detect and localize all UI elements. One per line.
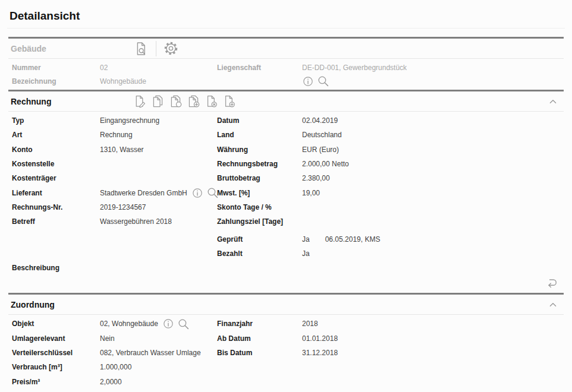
field-label: Bis Datum <box>217 349 302 357</box>
field-row-finanzjahr: Finanzjahr 2018 <box>217 317 564 331</box>
field-label: Konto <box>12 146 100 154</box>
field-label: Objekt <box>12 320 100 328</box>
rechnung-col-left: Typ Eingangsrechnung Art Rechnung Konto … <box>12 113 217 275</box>
rechnung-fields: Typ Eingangsrechnung Art Rechnung Konto … <box>8 112 564 275</box>
field-row-umlagerelevant: Umlagerelevant Nein <box>12 331 217 346</box>
field-label: Währung <box>217 146 302 154</box>
add-document-button[interactable] <box>222 94 236 108</box>
objekt-search-button[interactable] <box>177 318 190 330</box>
field-value: Wohngebäude <box>100 77 146 86</box>
field-label: Geprüft <box>217 235 302 244</box>
field-value: Stadtwerke Dresden GmbH <box>100 189 187 197</box>
field-label: Finanzjahr <box>217 320 302 328</box>
field-row-objekt: Objekt 02, Wohngebäude <box>12 317 217 331</box>
field-value: 1310, Wasser <box>100 146 144 154</box>
return-arrow-icon <box>545 390 559 392</box>
toolbar-divider <box>156 41 156 56</box>
rechnung-header: Rechnung <box>8 91 564 112</box>
search-icon <box>317 75 329 87</box>
field-row-betreff: Betreff Wassergebühren 2018 <box>12 214 217 229</box>
liegenschaft-search-button[interactable] <box>317 75 329 87</box>
copy-document-circle-button[interactable] <box>169 94 183 108</box>
info-icon <box>162 318 174 330</box>
return-arrow-icon <box>545 276 559 290</box>
field-label: Liegenschaft <box>217 64 302 72</box>
rechnung-title: Rechnung <box>11 97 133 106</box>
field-row-preis: Preis/m³ 2,0000 <box>12 374 217 388</box>
field-value: Rechnung <box>100 131 133 139</box>
remove-document-button[interactable] <box>205 94 218 108</box>
lieferant-info-button[interactable] <box>191 187 203 199</box>
gebaeude-toolbar <box>133 41 178 56</box>
settings-button[interactable] <box>164 41 178 56</box>
field-value: Nein <box>100 334 115 343</box>
objekt-info-button[interactable] <box>162 318 174 330</box>
copy-document-circle-icon <box>169 94 183 108</box>
zuordnung-return-button[interactable] <box>545 390 559 392</box>
field-row-abdatum: Ab Datum 01.01.2018 <box>217 331 564 346</box>
field-label: Betreff <box>12 217 100 226</box>
gebaeude-col-right: Liegenschaft DE-DD-001, Gewerbegrundstüc… <box>217 61 564 88</box>
field-label: Land <box>217 131 302 139</box>
field-value: 2.000,00 Netto <box>302 160 349 168</box>
add-document-icon <box>222 94 236 108</box>
zuordnung-col-right: Finanzjahr 2018 Ab Datum 01.01.2018 Bis … <box>217 317 564 388</box>
field-row-konto: Konto 1310, Wasser <box>12 143 217 157</box>
chevron-up-icon <box>547 96 559 108</box>
field-row-zahlungsziel: Zahlungsziel [Tage] <box>217 214 564 229</box>
field-value: 01.01.2018 <box>302 334 338 343</box>
copy-document-icon <box>151 94 165 108</box>
field-label: Art <box>12 131 100 139</box>
field-value: EUR (Euro) <box>302 146 339 154</box>
zuordnung-collapse-button[interactable] <box>547 299 559 311</box>
field-label: Verbrauch [m³] <box>12 363 100 371</box>
content: Gebäude Nummer 02 Bezeichnung Wohng <box>8 37 564 392</box>
field-row-lieferant: Lieferant Stadtwerke Dresden GmbH <box>12 185 217 200</box>
gebaeude-title: Gebäude <box>11 44 133 53</box>
edit-document-button[interactable] <box>133 94 147 108</box>
liegenschaft-info-button[interactable] <box>302 75 314 87</box>
field-row-bezahlt: Bezahlt Ja <box>217 246 564 261</box>
field-label: Nummer <box>12 64 100 72</box>
field-value: 02, Wohngebäude <box>100 320 158 328</box>
field-label: Lieferant <box>12 189 100 197</box>
field-row-typ: Typ Eingangsrechnung <box>12 113 217 128</box>
panel-rechnung: Rechnung <box>8 90 564 293</box>
spacer-row <box>12 246 217 261</box>
zuordnung-col-left: Objekt 02, Wohngebäude Umlagerelevant Ne… <box>12 317 217 388</box>
field-row-bruttobetrag: Bruttobetrag 2.380,00 <box>217 171 564 185</box>
document-preview-icon <box>133 41 149 56</box>
field-value: DE-DD-001, Gewerbegrundstück <box>302 64 407 72</box>
field-row-bezeichnung: Bezeichnung Wohngebäude <box>12 74 217 88</box>
rechnung-return-button[interactable] <box>545 276 559 290</box>
objekt-icons <box>162 318 190 330</box>
rechnung-footer <box>8 275 564 293</box>
field-row-land: Land Deutschland <box>217 128 564 142</box>
spacer-row <box>12 232 217 246</box>
copy-document-add-icon <box>187 94 200 108</box>
copy-document-button[interactable] <box>151 94 165 108</box>
field-row-kostenstelle: Kostenstelle <box>12 157 217 171</box>
field-value: Wassergebühren 2018 <box>100 217 172 226</box>
field-label: Kostenträger <box>12 174 100 182</box>
field-label: Rechnungsbetrag <box>217 160 302 168</box>
document-preview-button[interactable] <box>133 41 149 56</box>
remove-document-icon <box>205 94 218 108</box>
field-value: Ja <box>302 235 310 244</box>
field-label: Skonto Tage / % <box>217 203 302 211</box>
field-label: Beschreibung <box>12 264 100 272</box>
search-icon <box>177 318 190 330</box>
field-row-art: Art Rechnung <box>12 128 217 142</box>
info-icon <box>191 187 203 199</box>
field-value: Deutschland <box>302 131 342 139</box>
rechnung-col-right: Datum 02.04.2019 Land Deutschland Währun… <box>217 113 564 275</box>
lieferant-icons <box>191 186 219 199</box>
field-value: Eingangsrechnung <box>100 116 159 125</box>
field-value: 1.000,000 <box>100 363 131 371</box>
copy-document-add-button[interactable] <box>187 94 200 108</box>
field-row-datum: Datum 02.04.2019 <box>217 113 564 128</box>
field-row-rechnungsbetrag: Rechnungsbetrag 2.000,00 Netto <box>217 157 564 171</box>
field-label: Kostenstelle <box>12 160 100 168</box>
rechnung-collapse-button[interactable] <box>547 96 559 108</box>
field-row-geprueft: Geprüft Ja 06.05.2019, KMS <box>217 232 564 246</box>
